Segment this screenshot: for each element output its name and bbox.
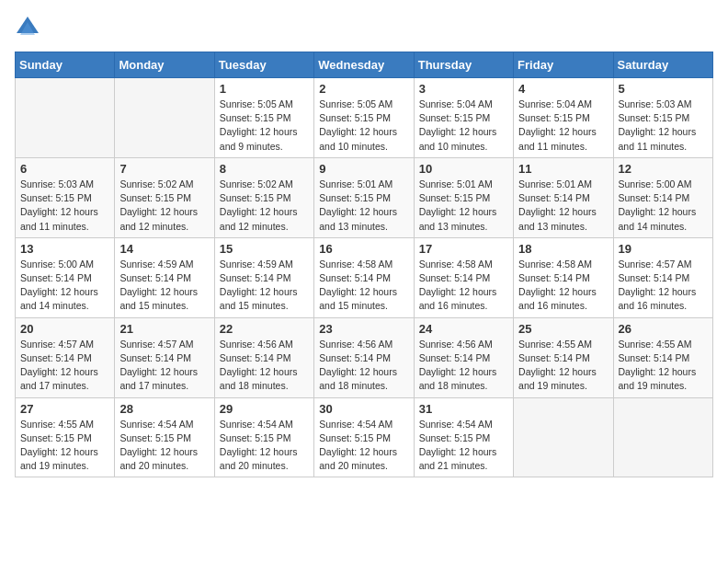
day-info: Sunrise: 5:01 AMSunset: 5:15 PMDaylight:… — [419, 178, 508, 234]
day-number: 12 — [619, 162, 708, 176]
calendar-cell: 12Sunrise: 5:00 AMSunset: 5:14 PMDayligh… — [613, 157, 712, 237]
day-info: Sunrise: 5:03 AMSunset: 5:15 PMDaylight:… — [20, 178, 109, 234]
calendar-week-3: 13Sunrise: 5:00 AMSunset: 5:14 PMDayligh… — [16, 237, 713, 317]
calendar-cell: 11Sunrise: 5:01 AMSunset: 5:14 PMDayligh… — [514, 157, 613, 237]
day-info: Sunrise: 4:55 AMSunset: 5:15 PMDaylight:… — [20, 418, 109, 474]
weekday-header-saturday: Saturday — [613, 52, 712, 78]
day-info: Sunrise: 5:04 AMSunset: 5:15 PMDaylight:… — [419, 98, 508, 154]
calendar-cell — [115, 78, 214, 158]
page-header — [15, 15, 713, 40]
day-info: Sunrise: 5:02 AMSunset: 5:15 PMDaylight:… — [119, 178, 209, 234]
calendar-week-1: 1Sunrise: 5:05 AMSunset: 5:15 PMDaylight… — [16, 78, 713, 158]
weekday-header-row: SundayMondayTuesdayWednesdayThursdayFrid… — [16, 52, 713, 78]
calendar-cell: 30Sunrise: 4:54 AMSunset: 5:15 PMDayligh… — [314, 397, 414, 477]
calendar-cell: 23Sunrise: 4:56 AMSunset: 5:14 PMDayligh… — [314, 317, 414, 397]
calendar-cell: 13Sunrise: 5:00 AMSunset: 5:14 PMDayligh… — [16, 237, 115, 317]
day-number: 13 — [20, 242, 109, 256]
day-info: Sunrise: 5:01 AMSunset: 5:14 PMDaylight:… — [518, 178, 608, 234]
day-info: Sunrise: 5:03 AMSunset: 5:15 PMDaylight:… — [619, 98, 708, 154]
calendar-week-4: 20Sunrise: 4:57 AMSunset: 5:14 PMDayligh… — [16, 317, 713, 397]
day-info: Sunrise: 4:58 AMSunset: 5:14 PMDaylight:… — [319, 258, 408, 314]
day-number: 9 — [319, 162, 408, 176]
day-number: 3 — [419, 82, 508, 96]
day-info: Sunrise: 5:02 AMSunset: 5:15 PMDaylight:… — [220, 178, 309, 234]
day-number: 29 — [220, 402, 309, 416]
day-info: Sunrise: 5:00 AMSunset: 5:14 PMDaylight:… — [619, 178, 708, 234]
day-info: Sunrise: 4:57 AMSunset: 5:14 PMDaylight:… — [20, 338, 109, 394]
day-info: Sunrise: 4:56 AMSunset: 5:14 PMDaylight:… — [220, 338, 309, 394]
day-number: 15 — [220, 242, 309, 256]
day-info: Sunrise: 5:05 AMSunset: 5:15 PMDaylight:… — [220, 98, 309, 154]
calendar-cell: 9Sunrise: 5:01 AMSunset: 5:15 PMDaylight… — [314, 157, 414, 237]
calendar-cell: 24Sunrise: 4:56 AMSunset: 5:14 PMDayligh… — [414, 317, 513, 397]
weekday-header-sunday: Sunday — [16, 52, 115, 78]
day-number: 30 — [319, 402, 408, 416]
calendar-cell — [16, 78, 115, 158]
day-number: 19 — [619, 242, 708, 256]
day-number: 5 — [619, 82, 708, 96]
day-number: 21 — [119, 322, 209, 336]
day-number: 23 — [319, 322, 408, 336]
day-info: Sunrise: 4:54 AMSunset: 5:15 PMDaylight:… — [319, 418, 408, 474]
day-number: 18 — [518, 242, 608, 256]
calendar-cell: 5Sunrise: 5:03 AMSunset: 5:15 PMDaylight… — [613, 78, 712, 158]
calendar-cell: 7Sunrise: 5:02 AMSunset: 5:15 PMDaylight… — [115, 157, 214, 237]
calendar-cell: 10Sunrise: 5:01 AMSunset: 5:15 PMDayligh… — [414, 157, 513, 237]
day-info: Sunrise: 4:59 AMSunset: 5:14 PMDaylight:… — [220, 258, 309, 314]
calendar-cell: 16Sunrise: 4:58 AMSunset: 5:14 PMDayligh… — [314, 237, 414, 317]
day-number: 26 — [619, 322, 708, 336]
calendar-cell: 25Sunrise: 4:55 AMSunset: 5:14 PMDayligh… — [514, 317, 613, 397]
weekday-header-friday: Friday — [514, 52, 613, 78]
day-number: 14 — [119, 242, 209, 256]
calendar-cell: 22Sunrise: 4:56 AMSunset: 5:14 PMDayligh… — [214, 317, 313, 397]
calendar-cell: 3Sunrise: 5:04 AMSunset: 5:15 PMDaylight… — [414, 78, 513, 158]
day-info: Sunrise: 4:54 AMSunset: 5:15 PMDaylight:… — [220, 418, 309, 474]
day-info: Sunrise: 4:56 AMSunset: 5:14 PMDaylight:… — [319, 338, 408, 394]
day-info: Sunrise: 4:58 AMSunset: 5:14 PMDaylight:… — [419, 258, 508, 314]
day-number: 28 — [119, 402, 209, 416]
day-info: Sunrise: 5:05 AMSunset: 5:15 PMDaylight:… — [319, 98, 408, 154]
calendar-cell: 4Sunrise: 5:04 AMSunset: 5:15 PMDaylight… — [514, 78, 613, 158]
logo — [15, 15, 44, 40]
day-number: 22 — [220, 322, 309, 336]
calendar-cell: 6Sunrise: 5:03 AMSunset: 5:15 PMDaylight… — [16, 157, 115, 237]
day-info: Sunrise: 4:57 AMSunset: 5:14 PMDaylight:… — [619, 258, 708, 314]
day-info: Sunrise: 5:04 AMSunset: 5:15 PMDaylight:… — [518, 98, 608, 154]
calendar-cell: 31Sunrise: 4:54 AMSunset: 5:15 PMDayligh… — [414, 397, 513, 477]
day-info: Sunrise: 4:59 AMSunset: 5:14 PMDaylight:… — [119, 258, 209, 314]
calendar-cell: 14Sunrise: 4:59 AMSunset: 5:14 PMDayligh… — [115, 237, 214, 317]
calendar-cell: 1Sunrise: 5:05 AMSunset: 5:15 PMDaylight… — [214, 78, 313, 158]
day-number: 6 — [20, 162, 109, 176]
day-info: Sunrise: 5:00 AMSunset: 5:14 PMDaylight:… — [20, 258, 109, 314]
day-number: 16 — [319, 242, 408, 256]
day-info: Sunrise: 4:55 AMSunset: 5:14 PMDaylight:… — [619, 338, 708, 394]
weekday-header-monday: Monday — [115, 52, 214, 78]
day-number: 20 — [20, 322, 109, 336]
day-number: 17 — [419, 242, 508, 256]
calendar-cell: 18Sunrise: 4:58 AMSunset: 5:14 PMDayligh… — [514, 237, 613, 317]
calendar-cell — [514, 397, 613, 477]
calendar-cell: 27Sunrise: 4:55 AMSunset: 5:15 PMDayligh… — [16, 397, 115, 477]
day-number: 11 — [518, 162, 608, 176]
calendar-cell: 28Sunrise: 4:54 AMSunset: 5:15 PMDayligh… — [115, 397, 214, 477]
calendar-cell: 20Sunrise: 4:57 AMSunset: 5:14 PMDayligh… — [16, 317, 115, 397]
day-number: 8 — [220, 162, 309, 176]
day-number: 7 — [119, 162, 209, 176]
day-info: Sunrise: 4:54 AMSunset: 5:15 PMDaylight:… — [119, 418, 209, 474]
day-number: 4 — [518, 82, 608, 96]
weekday-header-thursday: Thursday — [414, 52, 513, 78]
day-info: Sunrise: 4:55 AMSunset: 5:14 PMDaylight:… — [518, 338, 608, 394]
calendar-cell: 21Sunrise: 4:57 AMSunset: 5:14 PMDayligh… — [115, 317, 214, 397]
calendar-cell — [613, 397, 712, 477]
day-number: 27 — [20, 402, 109, 416]
weekday-header-wednesday: Wednesday — [314, 52, 414, 78]
day-number: 10 — [419, 162, 508, 176]
day-number: 24 — [419, 322, 508, 336]
calendar-cell: 17Sunrise: 4:58 AMSunset: 5:14 PMDayligh… — [414, 237, 513, 317]
day-number: 2 — [319, 82, 408, 96]
weekday-header-tuesday: Tuesday — [214, 52, 313, 78]
calendar-week-2: 6Sunrise: 5:03 AMSunset: 5:15 PMDaylight… — [16, 157, 713, 237]
calendar-week-5: 27Sunrise: 4:55 AMSunset: 5:15 PMDayligh… — [16, 397, 713, 477]
day-number: 31 — [419, 402, 508, 416]
day-info: Sunrise: 5:01 AMSunset: 5:15 PMDaylight:… — [319, 178, 408, 234]
